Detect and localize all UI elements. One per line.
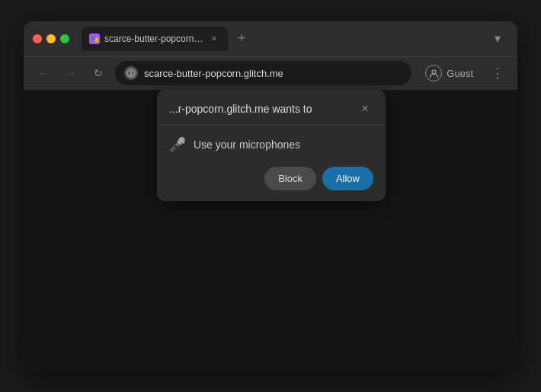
svg-rect-2 [130,74,133,76]
url-text: scarce-butter-popcorn.glitch.me [144,68,283,79]
address-bar[interactable]: scarce-butter-popcorn.glitch.me [115,61,411,85]
tab-favicon-icon: 🎭 [89,33,100,44]
forward-button[interactable]: → [60,62,82,84]
popup-close-button[interactable]: × [357,100,373,117]
minimize-window-button[interactable] [46,34,56,43]
guest-avatar-icon [425,65,442,81]
tab-bar: 🎭 scarce-butter-popcorn.glitch × + ▾ [82,27,508,51]
title-bar: 🎭 scarce-butter-popcorn.glitch × + ▾ [24,21,517,56]
site-icon [124,66,138,80]
permission-popup: ...r-popcorn.glitch.me wants to × 🎤 Use … [157,90,386,201]
tab-dropdown-button[interactable]: ▾ [487,28,508,49]
microphone-icon: 🎤 [169,136,186,153]
tab-close-button[interactable]: × [208,33,220,45]
close-window-button[interactable] [33,34,42,43]
popup-body: 🎤 Use your microphones Block Allow [157,126,386,201]
browser-window: 🎭 scarce-butter-popcorn.glitch × + ▾ ← →… [24,21,517,371]
active-tab[interactable]: 🎭 scarce-butter-popcorn.glitch × [82,27,228,51]
popup-header: ...r-popcorn.glitch.me wants to × [157,90,386,126]
guest-profile-button[interactable]: Guest [418,62,481,84]
back-button[interactable]: ← [33,62,54,84]
svg-point-3 [432,70,436,74]
new-tab-button[interactable]: + [231,28,252,49]
guest-label: Guest [447,68,473,79]
traffic-lights [33,34,69,43]
page-content: ...r-popcorn.glitch.me wants to × 🎤 Use … [24,90,517,371]
popup-site-text: ...r-popcorn.glitch.me wants to [169,103,312,115]
more-options-button[interactable]: ⋮ [487,62,508,84]
block-button[interactable]: Block [264,167,316,190]
reload-button[interactable]: ↻ [88,62,109,84]
permission-row: 🎤 Use your microphones [169,136,373,153]
navigation-bar: ← → ↻ scarce-butter-popcorn.glitch.me Gu… [24,56,517,90]
allow-button[interactable]: Allow [322,167,373,190]
popup-buttons: Block Allow [169,167,373,190]
svg-point-1 [130,71,133,73]
tab-title: scarce-butter-popcorn.glitch [104,33,203,44]
permission-text: Use your microphones [194,139,300,151]
maximize-window-button[interactable] [60,34,69,43]
